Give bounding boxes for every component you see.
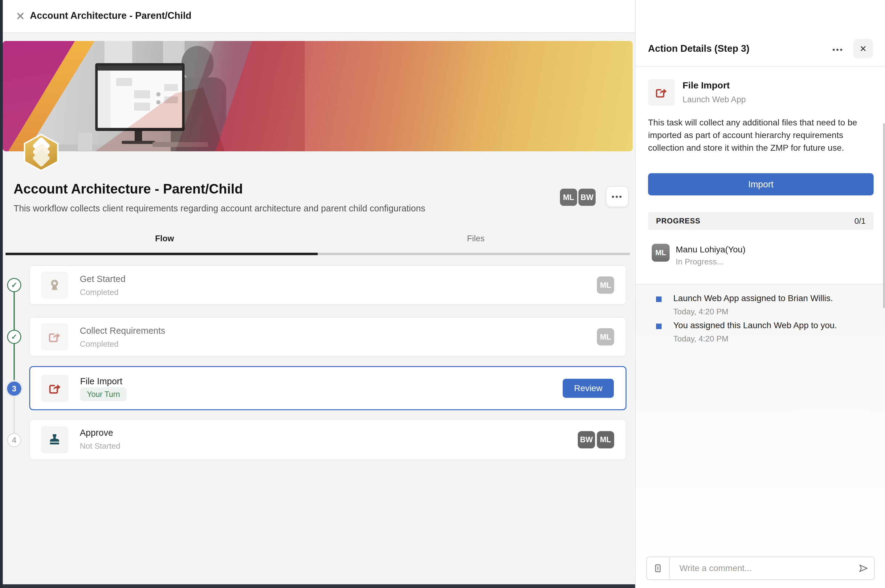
- step-indicator-2: ✓: [7, 330, 21, 344]
- workflow-menu-button[interactable]: •••: [606, 186, 628, 207]
- step-indicator-1: ✓: [7, 278, 21, 292]
- step-status: Not Started: [80, 441, 120, 451]
- hero-banner: [3, 41, 633, 152]
- launch-icon: [41, 375, 68, 402]
- review-button[interactable]: Review: [562, 379, 614, 398]
- panel-title: Action Details (Step 3): [648, 43, 749, 54]
- tab-files[interactable]: Files: [414, 234, 537, 243]
- medal-icon: [41, 272, 68, 298]
- action-details-panel: Action Details (Step 3) ••• ✕ File Impor…: [635, 0, 885, 588]
- task-description: This task will collect any additional fi…: [648, 117, 872, 154]
- progress-header: PROGRESS 0/1: [648, 212, 874, 230]
- page-description: This workflow collects client requiremen…: [14, 203, 425, 214]
- tab-flow[interactable]: Flow: [103, 234, 226, 243]
- divider: [636, 66, 885, 67]
- avatar-ml: ML: [596, 276, 615, 294]
- attach-icon: [653, 563, 663, 573]
- attach-button[interactable]: [647, 557, 670, 579]
- app-bottom-edge: [3, 584, 635, 588]
- workflow-modal: ✕ Account Architecture - Parent/Child: [0, 0, 885, 588]
- step-title: File Import: [80, 376, 122, 387]
- activity-text: Launch Web App assigned to Brian Willis.: [673, 293, 833, 303]
- avatar-ml: ML: [652, 244, 670, 262]
- tab-divider: [318, 253, 630, 255]
- your-turn-badge: Your Turn: [80, 387, 127, 401]
- send-icon: [858, 563, 869, 574]
- tab-active-underline: [6, 253, 318, 255]
- panel-menu-button[interactable]: •••: [832, 45, 843, 54]
- step-status: Completed: [80, 339, 118, 349]
- activity-time: Today, 4:20 PM: [673, 307, 729, 316]
- panel-close-button[interactable]: ✕: [853, 39, 873, 58]
- task-name: File Import: [682, 80, 730, 91]
- avatar-bw: BW: [578, 188, 596, 207]
- step-title: Collect Requirements: [80, 326, 165, 336]
- activity-bullet-icon: [656, 324, 662, 329]
- rail-line-pending: [14, 388, 15, 440]
- assignee-name: Manu Lohiya(You): [676, 245, 746, 255]
- import-button[interactable]: Import: [648, 173, 874, 195]
- progress-count: 0/1: [855, 216, 866, 226]
- send-button[interactable]: [853, 563, 874, 574]
- launch-icon: [648, 79, 675, 106]
- step-card-approve[interactable]: Approve Not Started BW ML: [29, 419, 627, 460]
- avatar-ml: ML: [596, 430, 615, 449]
- comment-bar: [646, 556, 875, 580]
- comment-input[interactable]: [670, 563, 853, 573]
- main-content: Account Architecture - Parent/Child This…: [3, 33, 635, 584]
- progress-label: PROGRESS: [656, 217, 700, 225]
- app-left-edge: [0, 0, 3, 588]
- modal-topbar: ✕ Account Architecture - Parent/Child: [3, 0, 635, 33]
- step-card-collect-requirements[interactable]: Collect Requirements Completed ML: [29, 317, 627, 357]
- page-title: Account Architecture - Parent/Child: [14, 181, 243, 196]
- step-title: Get Started: [80, 274, 125, 284]
- launch-icon: [41, 323, 68, 350]
- avatar-bw: BW: [577, 430, 596, 449]
- close-icon[interactable]: ✕: [12, 8, 28, 25]
- activity-bullet-icon: [656, 297, 662, 302]
- avatar-ml: ML: [559, 188, 578, 207]
- avatar-ml: ML: [596, 328, 615, 346]
- task-type: Launch Web App: [682, 95, 746, 105]
- step-indicator-4: 4: [7, 433, 21, 447]
- workflow-assignees: ML BW: [559, 188, 596, 207]
- activity-text: You assigned this Launch Web App to you.: [673, 321, 837, 330]
- step-card-file-import[interactable]: File Import Your Turn Review: [29, 366, 627, 410]
- step-indicator-3: 3: [7, 381, 21, 396]
- step-title: Approve: [80, 428, 113, 438]
- stamp-icon: [41, 426, 68, 453]
- step-card-get-started[interactable]: Get Started Completed ML: [29, 266, 627, 305]
- activity-time: Today, 4:20 PM: [673, 334, 729, 344]
- assignee-status: In Progress...: [676, 257, 723, 267]
- step-status: Completed: [80, 288, 118, 297]
- panel-scrollbar[interactable]: [883, 123, 885, 308]
- modal-title: Account Architecture - Parent/Child: [30, 10, 191, 21]
